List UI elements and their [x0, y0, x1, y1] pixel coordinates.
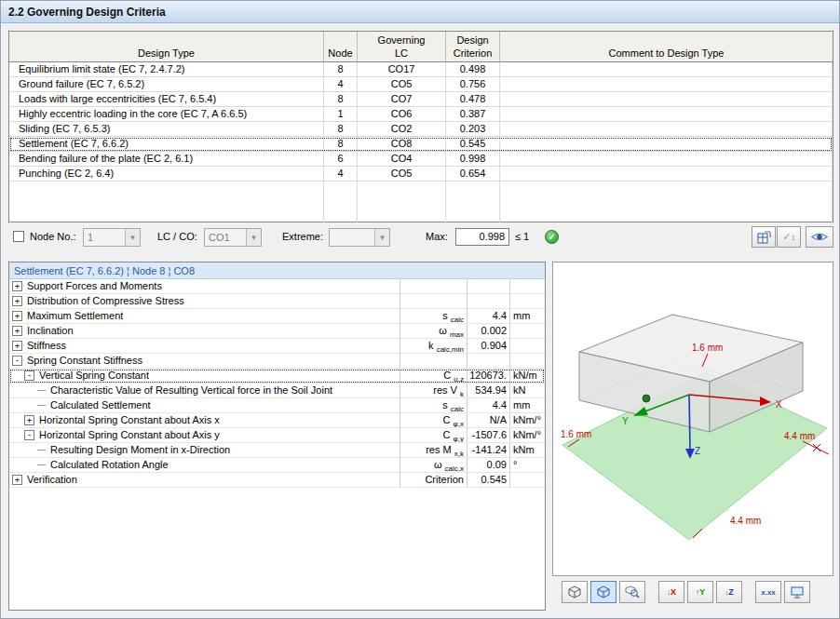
- table-row[interactable]: Equilibrium limit state (EC 7, 2.4.7.2) …: [9, 62, 833, 77]
- lc-cell: CO8: [358, 137, 446, 151]
- expand-icon[interactable]: +: [12, 475, 22, 485]
- node-cell: 4: [324, 167, 358, 181]
- isometric-view-button[interactable]: [562, 581, 588, 603]
- tree-row[interactable]: +Inclination ω max 0.002: [9, 324, 545, 339]
- control-bar: Node No.: 1 ▼ LC / CO: CO1 ▼ Extreme: ▼ …: [8, 224, 833, 249]
- tree-label: Maximum Settlement: [27, 309, 123, 323]
- tree-label: Horizontal Spring Constant about Axis y: [39, 428, 220, 442]
- unit-cell: kN/m: [510, 369, 545, 383]
- tree-label: Stiffness: [27, 339, 66, 353]
- criterion-cell: 0.203: [446, 122, 500, 136]
- intermediate-results-panel: Settlement (EC 7, 6.6.2) ¦ Node 8 ¦ CO8 …: [8, 262, 546, 611]
- unit-cell: mm: [510, 309, 545, 323]
- decimal-places-button[interactable]: x.xx: [755, 581, 781, 603]
- symbol-cell: k calc,min: [400, 339, 467, 353]
- tree-label: Spring Constant Stiffness: [27, 354, 142, 368]
- tree-label: Support Forces and Moments: [27, 279, 162, 293]
- node-no-select[interactable]: 1 ▼: [83, 228, 141, 247]
- tree-row[interactable]: Calculated Settlement s calc 4.4 mm: [9, 398, 545, 413]
- extreme-select[interactable]: ▼: [329, 228, 390, 247]
- tree-row[interactable]: +Horizontal Spring Constant about Axis x…: [9, 413, 545, 428]
- lc-cell: CO5: [358, 77, 446, 91]
- tree-row[interactable]: Resulting Design Moment in x-Direction r…: [9, 443, 545, 458]
- criterion-cell: 0.387: [446, 107, 500, 121]
- comment-cell: [500, 77, 833, 91]
- tree-row[interactable]: Calculated Rotation Angle ω calc,x 0.09 …: [9, 458, 545, 473]
- tree-branch-line: [37, 464, 46, 465]
- comment-cell: [500, 62, 833, 76]
- expand-icon[interactable]: +: [12, 281, 22, 291]
- view-in-minus-y-button[interactable]: ↑Y: [687, 581, 713, 603]
- node-cell: 8: [324, 92, 358, 106]
- symbol-cell: [400, 279, 467, 293]
- lc-cell: CO7: [358, 92, 446, 106]
- solid-model-view-button[interactable]: [590, 581, 616, 603]
- table-row-selected[interactable]: Settlement (EC 7, 6.6.2) 8 CO8 0.545: [9, 137, 833, 152]
- collapse-icon[interactable]: -: [24, 430, 34, 440]
- tree-row[interactable]: -Spring Constant Stiffness: [9, 354, 545, 369]
- view-in-minus-y-icon: ↑Y: [696, 587, 705, 597]
- table-row[interactable]: Sliding (EC 7, 6.5.3) 8 CO2 0.203: [9, 122, 833, 137]
- lc-cell: CO4: [358, 152, 446, 166]
- page-title: 2.2 Governing Design Criteria: [8, 6, 166, 19]
- foundation-3d-scene: X Y Z 1.6 mm 1.6 mm 4.4 mm 4.4 mm: [553, 262, 833, 575]
- expand-icon[interactable]: +: [24, 415, 34, 425]
- foundation-3d-view[interactable]: X Y Z 1.6 mm 1.6 mm 4.4 mm 4.4 mm: [552, 262, 833, 576]
- value-cell: [467, 294, 510, 308]
- design-type-cell: Ground failure (EC 7, 6.5.2): [9, 77, 324, 91]
- node-no-label: Node No.:: [30, 224, 76, 249]
- tree-row[interactable]: +Maximum Settlement s calc 4.4 mm: [9, 309, 545, 324]
- table-row[interactable]: Punching (EC 2, 6.4) 4 CO5 0.654: [9, 167, 833, 182]
- governing-design-criteria-window: 2.2 Governing Design Criteria Design Typ…: [0, 0, 840, 619]
- expand-icon[interactable]: +: [12, 326, 22, 336]
- view-mode-button[interactable]: [806, 226, 833, 248]
- comment-cell: [500, 137, 833, 151]
- value-cell: 4.4: [467, 309, 510, 323]
- tree-row[interactable]: -Horizontal Spring Constant about Axis y…: [9, 428, 545, 443]
- collapse-icon[interactable]: -: [12, 356, 22, 366]
- value-cell: 0.904: [467, 339, 510, 353]
- lc-cell: CO17: [358, 62, 446, 76]
- design-type-cell: Highly eccentric loading in the core (EC…: [9, 107, 324, 121]
- table-row[interactable]: Bending failure of the plate (EC 2, 6.1)…: [9, 152, 833, 167]
- lc-co-label: LC / CO:: [157, 224, 197, 249]
- criterion-cell: 0.498: [446, 62, 500, 76]
- tree-row[interactable]: +Stiffness k calc,min 0.904: [9, 339, 545, 354]
- result-tables-button[interactable]: [752, 226, 776, 248]
- expand-icon[interactable]: +: [12, 341, 22, 351]
- view-in-z-button[interactable]: ↓Z: [716, 581, 742, 603]
- tree-row[interactable]: +Support Forces and Moments: [9, 279, 545, 294]
- table-row[interactable]: Loads with large eccentricities (EC 7, 6…: [9, 92, 833, 107]
- full-screen-button[interactable]: [784, 581, 810, 603]
- table-row[interactable]: Highly eccentric loading in the core (EC…: [9, 107, 833, 122]
- table-filler-row: [9, 182, 833, 222]
- tree-row[interactable]: Characteristic Value of Resulting Vertic…: [9, 384, 545, 398]
- collapse-icon[interactable]: -: [24, 370, 34, 381]
- expand-icon[interactable]: +: [12, 296, 22, 306]
- unit-cell: kNm/°: [510, 428, 545, 442]
- zoom-model-button[interactable]: [619, 581, 645, 603]
- tree-row-selected[interactable]: -Vertical Spring Constant C u,z 120673. …: [9, 369, 545, 384]
- unit-cell: [510, 354, 545, 368]
- criterion-cell: 0.478: [446, 92, 500, 106]
- symbol-cell: C φ,x: [400, 413, 467, 427]
- node-cell: 4: [324, 77, 358, 91]
- max-value-field[interactable]: 0.998: [455, 228, 509, 246]
- view-in-x-button[interactable]: ↓X: [658, 581, 684, 603]
- tree-label: Vertical Spring Constant: [39, 369, 149, 383]
- lc-co-select[interactable]: CO1 ▼: [204, 228, 262, 247]
- full-screen-icon: [790, 585, 805, 599]
- table-row[interactable]: Ground failure (EC 7, 6.5.2) 4 CO5 0.756: [9, 77, 833, 92]
- expand-icon[interactable]: +: [12, 311, 22, 321]
- tree-row[interactable]: +Verification Criterion 0.545: [9, 473, 545, 488]
- z-axis-label: Z: [695, 446, 700, 456]
- window-titlebar: 2.2 Governing Design Criteria: [1, 1, 839, 23]
- tree-row[interactable]: +Distribution of Compressive Stress: [9, 294, 545, 309]
- find-extreme-button[interactable]: ✓1: [777, 226, 801, 248]
- node-no-checkbox[interactable]: [13, 231, 24, 242]
- tree-label: Horizontal Spring Constant about Axis x: [39, 413, 220, 427]
- symbol-cell: ω max: [400, 324, 467, 338]
- view-in-z-icon: ↓Z: [725, 587, 734, 597]
- unit-cell: kNm/°: [510, 413, 545, 427]
- max-limit-label: ≤ 1: [515, 224, 529, 249]
